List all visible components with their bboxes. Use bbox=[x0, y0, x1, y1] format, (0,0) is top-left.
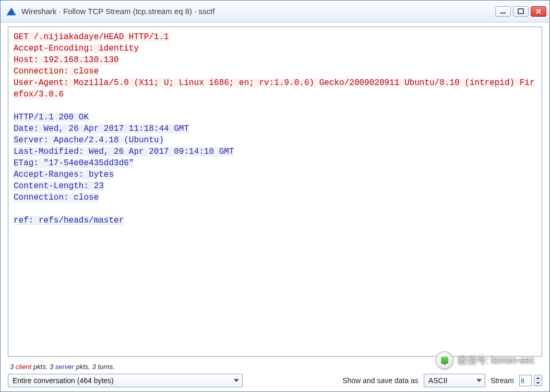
conversation-combo-label: Entire conversation (464 bytes) bbox=[13, 376, 114, 385]
stream-label: Stream bbox=[491, 376, 514, 385]
wireshark-icon bbox=[6, 6, 17, 17]
chevron-up-icon bbox=[536, 377, 540, 379]
request-text: GET /.nijiakadaye/HEAD HTTP/1.1 Accept-E… bbox=[14, 32, 535, 99]
client-after: pkts, bbox=[31, 363, 50, 371]
stream-spin-up[interactable] bbox=[534, 375, 542, 381]
maximize-button[interactable] bbox=[513, 6, 529, 17]
close-button[interactable] bbox=[531, 6, 546, 17]
server-word: server bbox=[55, 363, 74, 371]
svg-rect-1 bbox=[518, 9, 523, 14]
response-text: HTTP/1.1 200 OK Date: Wed, 26 Apr 2017 1… bbox=[14, 113, 234, 225]
conversation-combo[interactable]: Entire conversation (464 bytes) bbox=[8, 374, 243, 387]
stream-spinner bbox=[519, 375, 542, 386]
titlebar[interactable]: Wireshark · Follow TCP Stream (tcp.strea… bbox=[1, 1, 549, 22]
controls-row: Entire conversation (464 bytes) Show and… bbox=[8, 374, 542, 387]
client-word: client bbox=[16, 363, 31, 371]
minimize-button[interactable] bbox=[495, 6, 511, 17]
client-count: 3 bbox=[10, 363, 14, 371]
minimize-icon bbox=[500, 8, 506, 15]
encoding-combo-label: ASCII bbox=[428, 376, 448, 385]
show-save-label: Show and save data as bbox=[342, 376, 419, 385]
stream-input[interactable] bbox=[519, 375, 532, 386]
chevron-down-icon bbox=[234, 379, 239, 382]
server-after: pkts, bbox=[74, 363, 92, 371]
stream-spin-down[interactable] bbox=[534, 381, 542, 386]
maximize-icon bbox=[518, 8, 524, 15]
close-icon bbox=[535, 8, 542, 15]
encoding-combo[interactable]: ASCII bbox=[424, 374, 485, 387]
svg-rect-0 bbox=[500, 13, 506, 14]
window-buttons bbox=[495, 6, 546, 17]
chevron-down-icon bbox=[536, 382, 540, 384]
stream-content-box: GET /.nijiakadaye/HEAD HTTP/1.1 Accept-E… bbox=[8, 27, 542, 357]
window-title: Wireshark · Follow TCP Stream (tcp.strea… bbox=[21, 7, 495, 16]
turns-text: 3 turns. bbox=[92, 363, 115, 371]
stats-row: 3 client pkts, 3 server pkts, 3 turns. bbox=[8, 361, 542, 374]
chevron-down-icon bbox=[476, 379, 482, 382]
app-window: Wireshark · Follow TCP Stream (tcp.strea… bbox=[0, 0, 550, 392]
footer: 3 client pkts, 3 server pkts, 3 turns. E… bbox=[1, 361, 549, 391]
server-count: 3 bbox=[50, 363, 53, 371]
stream-spin-buttons bbox=[534, 375, 542, 386]
stream-text-area[interactable]: GET /.nijiakadaye/HEAD HTTP/1.1 Accept-E… bbox=[8, 27, 542, 356]
